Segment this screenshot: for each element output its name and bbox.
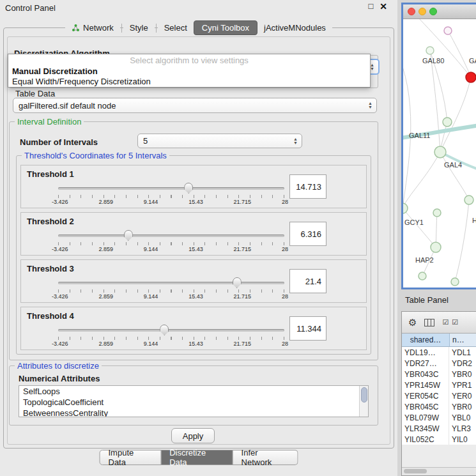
threshold-1-slider[interactable]: -3.4262.8599.14415.4321.71528 xyxy=(58,182,284,206)
titlebar: Control Panel □ ✕ xyxy=(0,0,397,15)
scrollbar-thumb[interactable] xyxy=(361,387,367,403)
network-node[interactable] xyxy=(451,278,459,286)
tab-infer-network[interactable]: Infer Network xyxy=(233,450,298,465)
apply-button[interactable]: Apply xyxy=(171,428,215,443)
threshold-1-row: Threshold 1 -3.4262.8599.14415.4321.7152… xyxy=(20,165,367,208)
slider-thumb[interactable] xyxy=(124,230,133,241)
gear-icon[interactable]: ⚙ xyxy=(408,318,417,328)
slider-track[interactable] xyxy=(58,329,284,332)
table-row[interactable]: YPR145WYPR1 xyxy=(402,380,476,390)
tab-discretize-data[interactable]: Discretize Data xyxy=(161,450,233,465)
interval-definition-group: Interval Definition Number of Intervals … xyxy=(9,121,378,360)
slider-track[interactable] xyxy=(58,234,284,237)
slider-track[interactable] xyxy=(58,187,284,190)
horizontal-scrollbar[interactable] xyxy=(402,467,476,475)
slider-scale: -3.4262.8599.14415.4321.71528 xyxy=(52,199,288,205)
network-node[interactable] xyxy=(418,272,426,280)
threshold-2-row: Threshold 2 -3.4262.8599.14415.4321.7152… xyxy=(20,212,367,256)
control-panel-window: Control Panel □ ✕ Network Style Select C… xyxy=(0,0,398,476)
column-header-shared-name[interactable]: shared… xyxy=(402,334,450,346)
slider-thumb[interactable] xyxy=(160,325,169,335)
slider-thumb[interactable] xyxy=(233,277,242,288)
dropdown-item-equal-width-frequency[interactable]: Equal Width/Frequency Discretization xyxy=(8,77,370,87)
network-node[interactable] xyxy=(431,242,441,252)
network-tab-icon xyxy=(72,24,80,32)
column-header-name[interactable]: n… xyxy=(450,334,476,346)
table-data-value: galFiltered.sif default node xyxy=(19,101,116,111)
threshold-4-value[interactable]: 11.344 xyxy=(289,316,326,341)
network-node[interactable] xyxy=(443,118,452,127)
slider-scale: -3.4262.8599.14415.4321.71528 xyxy=(52,246,288,252)
select-checkboxes-icon[interactable]: ☑ ☑ xyxy=(442,318,459,326)
threshold-3-label: Threshold 3 xyxy=(27,264,74,273)
tab-separator xyxy=(121,24,122,33)
tab-select[interactable]: Select xyxy=(158,20,194,35)
list-item[interactable]: SelfLoops xyxy=(19,386,368,397)
node-label: HAP2 xyxy=(415,256,434,264)
list-item[interactable]: TopologicalCoefficient xyxy=(19,397,368,408)
bottom-tab-bar: Impute Data Discretize Data Infer Networ… xyxy=(100,450,298,465)
list-scrollbar[interactable] xyxy=(359,386,368,417)
network-node[interactable] xyxy=(464,196,473,204)
threshold-4-slider[interactable]: -3.4262.8599.14415.4321.71528 xyxy=(58,324,284,348)
network-canvas[interactable]: GAL80 GA GAL11 GAL4 GCY1 H HAP2 xyxy=(403,19,476,289)
network-node[interactable] xyxy=(403,203,408,213)
tab-jactivemnodules[interactable]: jActiveMNodules xyxy=(257,20,332,35)
number-of-intervals-value: 5 xyxy=(143,136,148,146)
table-row[interactable]: YBR045CYBR0 xyxy=(402,401,476,412)
threshold-3-row: Threshold 3 -3.4262.8599.14415.4321.7152… xyxy=(20,259,367,303)
thresholds-group-title: Threshold's Coordinates for 5 Intervals xyxy=(22,151,169,160)
slider-track[interactable] xyxy=(58,282,284,284)
slider-ticks xyxy=(58,195,284,198)
scrollbar-thumb[interactable] xyxy=(404,469,427,473)
numerical-attributes-list: SelfLoops TopologicalCoefficient Between… xyxy=(19,385,369,417)
dropdown-item-manual-discretization[interactable]: Manual Discretization xyxy=(8,66,370,77)
slider-scale: -3.4262.8599.14415.4321.71528 xyxy=(52,341,288,347)
network-window-titlebar[interactable] xyxy=(403,4,476,19)
columns-icon[interactable] xyxy=(424,319,434,326)
stepper-arrows-icon: ▲▼ xyxy=(293,137,298,145)
table-row[interactable]: YER054CYER0 xyxy=(402,390,476,401)
network-node[interactable] xyxy=(433,209,441,217)
table-panel-header: Table Panel xyxy=(397,291,476,308)
table-row[interactable]: YIL052CYIL0 xyxy=(402,434,476,445)
network-node[interactable] xyxy=(426,47,434,54)
table-row[interactable]: YLR345WYLR3 xyxy=(402,423,476,434)
threshold-2-label: Threshold 2 xyxy=(27,217,74,226)
threshold-2-value[interactable]: 6.316 xyxy=(289,222,326,246)
tab-impute-data[interactable]: Impute Data xyxy=(100,450,162,465)
table-row[interactable]: YBR043CYBR0 xyxy=(402,369,476,380)
close-icon[interactable]: ✕ xyxy=(380,2,387,11)
close-light-icon[interactable] xyxy=(408,8,415,15)
table-row[interactable]: YBL079WYBL0 xyxy=(402,412,476,423)
table-data-select[interactable]: galFiltered.sif default node ▲▼ xyxy=(13,98,377,113)
network-node[interactable] xyxy=(444,27,452,35)
network-node-selected[interactable] xyxy=(466,72,476,82)
dropdown-placeholder: Select algorithm to view settings xyxy=(8,54,370,66)
tab-network[interactable]: Network xyxy=(65,20,120,35)
tab-style[interactable]: Style xyxy=(123,20,155,35)
float-icon[interactable]: □ xyxy=(368,2,373,11)
threshold-1-value[interactable]: 14.713 xyxy=(289,174,326,199)
slider-thumb[interactable] xyxy=(184,183,193,194)
slider-ticks xyxy=(58,289,284,293)
table-toolbar: ⚙ ☑ ☑ xyxy=(402,312,476,334)
threshold-3-value[interactable]: 21.4 xyxy=(289,269,326,293)
thresholds-group: Threshold's Coordinates for 5 Intervals … xyxy=(16,155,371,355)
network-node[interactable] xyxy=(434,146,446,158)
number-of-intervals-select[interactable]: 5 ▲▼ xyxy=(137,134,302,148)
tab-cyni-toolbox[interactable]: Cyni Toolbox xyxy=(194,20,257,35)
tab-network-label: Network xyxy=(83,23,114,33)
threshold-2-slider[interactable]: -3.4262.8599.14415.4321.71528 xyxy=(58,229,284,254)
table-row[interactable]: YDR27…YDR2 xyxy=(402,358,476,369)
minimize-light-icon[interactable] xyxy=(418,8,426,15)
attributes-group: Attributes to discretize Numerical Attri… xyxy=(9,365,378,426)
list-item[interactable]: BetweennessCentrality xyxy=(19,408,368,417)
slider-ticks xyxy=(58,337,284,340)
tab-separator xyxy=(156,24,157,33)
node-label: GAL4 xyxy=(444,161,462,169)
window-title: Control Panel xyxy=(5,3,56,13)
zoom-light-icon[interactable] xyxy=(429,8,437,15)
threshold-3-slider[interactable]: -3.4262.8599.14415.4321.71528 xyxy=(58,277,284,301)
table-row[interactable]: YDL19…YDL1 xyxy=(402,347,476,358)
